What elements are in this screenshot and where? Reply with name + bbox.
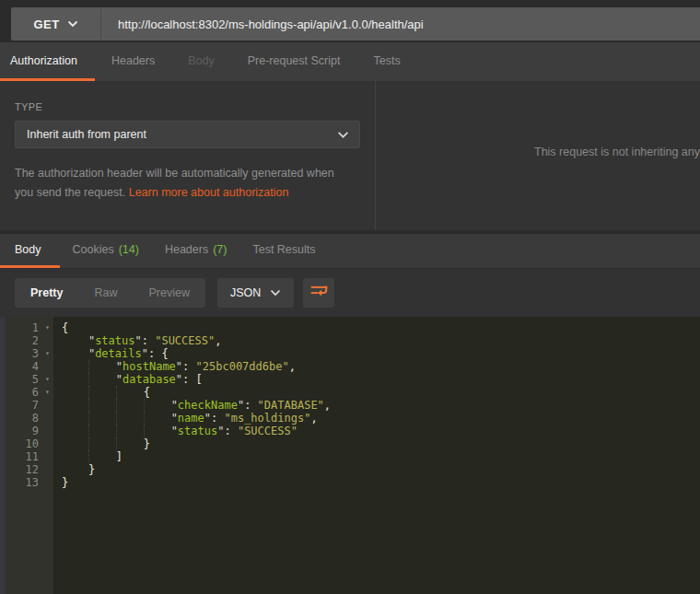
token-qt: " bbox=[135, 334, 142, 347]
token-pun: : [ bbox=[182, 373, 203, 386]
token-pun: : bbox=[142, 334, 155, 347]
json-code[interactable]: { "status": "SUCCESS", "details": { "hos… bbox=[53, 317, 700, 594]
response-tabs: Body Cookies (14) Headers (7) Test Resul… bbox=[0, 234, 700, 269]
fold-toggle-icon[interactable]: ▾ bbox=[41, 373, 53, 386]
gutter-row: 9 bbox=[6, 425, 53, 437]
token-pun: { bbox=[62, 321, 68, 334]
indent-guide bbox=[62, 399, 88, 412]
gutter-row: 5▾ bbox=[6, 373, 53, 386]
tab-tests[interactable]: Tests bbox=[356, 42, 416, 81]
response-tab-label: Test Results bbox=[252, 243, 315, 256]
response-tab-test-results[interactable]: Test Results bbox=[239, 234, 328, 268]
chevron-down-icon bbox=[337, 131, 348, 138]
wrap-text-button[interactable] bbox=[303, 278, 334, 308]
code-line: "status": "SUCCESS", bbox=[62, 334, 700, 347]
indent-guide bbox=[88, 386, 116, 399]
fold-toggle-icon[interactable]: ▾ bbox=[41, 321, 53, 334]
line-number: 10 bbox=[6, 437, 41, 450]
token-pun: { bbox=[144, 386, 150, 399]
token-pun: , bbox=[215, 334, 221, 347]
line-number: 8 bbox=[6, 412, 41, 425]
gutter-row: 13 bbox=[6, 476, 53, 489]
auth-help-text: The authorization header will be automat… bbox=[15, 164, 346, 202]
line-number: 4 bbox=[6, 360, 41, 373]
indent-guide bbox=[116, 412, 144, 425]
token-pun: , bbox=[324, 399, 331, 412]
url-input[interactable]: http://localhost:8302/ms-holdings-api/ap… bbox=[101, 7, 700, 41]
line-number: 1 bbox=[6, 321, 41, 334]
indent-guide bbox=[62, 412, 88, 425]
line-number: 7 bbox=[6, 399, 41, 412]
token-pun: : { bbox=[148, 347, 169, 360]
token-qt: " bbox=[176, 360, 182, 373]
code-line: "name": "ms_holdings", bbox=[62, 412, 700, 425]
line-number: 5 bbox=[6, 373, 41, 386]
token-key: checkName bbox=[178, 399, 238, 412]
method-dropdown[interactable]: GET bbox=[11, 7, 101, 41]
gutter-row: 12 bbox=[6, 463, 53, 476]
token-pun: } bbox=[144, 437, 150, 450]
fold-toggle-icon[interactable]: ▾ bbox=[41, 386, 53, 399]
indent-guide bbox=[62, 360, 88, 373]
indent-guide bbox=[62, 386, 88, 399]
format-select[interactable]: JSON bbox=[217, 278, 294, 308]
tab-headers[interactable]: Headers bbox=[95, 42, 171, 81]
tab-authorization[interactable]: Authorization bbox=[0, 42, 95, 81]
auth-type-label: TYPE bbox=[15, 101, 360, 112]
line-number: 13 bbox=[6, 476, 41, 489]
indent-guide bbox=[62, 334, 88, 347]
view-mode-preview[interactable]: Preview bbox=[133, 278, 204, 308]
indent-guide bbox=[62, 425, 88, 437]
response-tab-headers[interactable]: Headers (7) bbox=[152, 234, 240, 268]
auth-type-value: Inherit auth from parent bbox=[27, 128, 146, 141]
token-pun: : bbox=[182, 360, 195, 373]
gutter-row: 8 bbox=[6, 412, 53, 425]
indent-guide bbox=[116, 437, 144, 450]
format-value: JSON bbox=[230, 286, 261, 299]
indent-guide bbox=[88, 412, 116, 425]
indent-guide bbox=[88, 360, 116, 373]
line-number: 9 bbox=[6, 425, 41, 437]
cookies-count-badge: (14) bbox=[119, 243, 139, 256]
indent-guide bbox=[144, 399, 171, 412]
tab-pre-request-script[interactable]: Pre-request Script bbox=[231, 42, 357, 81]
token-pun: : bbox=[244, 399, 257, 412]
code-line: "hostName": "25bc007dd6be", bbox=[62, 360, 700, 373]
indent-guide bbox=[116, 386, 144, 399]
learn-more-link[interactable]: Learn more about authorization bbox=[129, 186, 289, 199]
auth-type-select[interactable]: Inherit auth from parent bbox=[15, 121, 360, 148]
token-pun: ] bbox=[116, 450, 122, 463]
token-qt: " bbox=[204, 412, 211, 425]
method-label: GET bbox=[33, 17, 59, 31]
token-qt: " bbox=[176, 373, 182, 386]
response-tab-cookies[interactable]: Cookies (14) bbox=[60, 234, 152, 268]
token-key: database bbox=[122, 373, 176, 386]
code-line: } bbox=[62, 476, 700, 489]
fold-toggle-icon[interactable]: ▾ bbox=[41, 347, 53, 360]
indent-guide bbox=[62, 437, 88, 450]
token-qt: " bbox=[171, 399, 178, 412]
code-line: ] bbox=[62, 450, 700, 463]
indent-guide bbox=[88, 437, 116, 450]
chevron-down-icon bbox=[270, 289, 281, 297]
token-key: name bbox=[178, 412, 204, 425]
url-bar: GET http://localhost:8302/ms-holdings-ap… bbox=[11, 7, 700, 41]
view-mode-pretty[interactable]: Pretty bbox=[15, 278, 78, 308]
code-line: "checkName": "DATABASE", bbox=[62, 399, 700, 412]
request-tabs: Authorization Headers Body Pre-request S… bbox=[0, 42, 700, 81]
response-tab-body[interactable]: Body bbox=[0, 234, 60, 268]
view-mode-switch: Pretty Raw Preview bbox=[15, 278, 205, 308]
token-str: "SUCCESS" bbox=[238, 425, 298, 437]
code-line: { bbox=[62, 386, 700, 399]
token-pun: : bbox=[211, 412, 224, 425]
token-pun: } bbox=[88, 463, 95, 476]
view-mode-raw[interactable]: Raw bbox=[78, 278, 133, 308]
token-qt: " bbox=[171, 425, 178, 437]
authorization-settings: TYPE Inherit auth from parent The author… bbox=[0, 81, 376, 230]
token-key: details bbox=[95, 347, 142, 360]
token-str: "DATABASE" bbox=[258, 399, 324, 412]
tab-body[interactable]: Body bbox=[171, 42, 231, 81]
token-str: "ms_holdings" bbox=[224, 412, 310, 425]
token-pun: : bbox=[224, 425, 237, 437]
authorization-panel: TYPE Inherit auth from parent The author… bbox=[0, 81, 700, 230]
